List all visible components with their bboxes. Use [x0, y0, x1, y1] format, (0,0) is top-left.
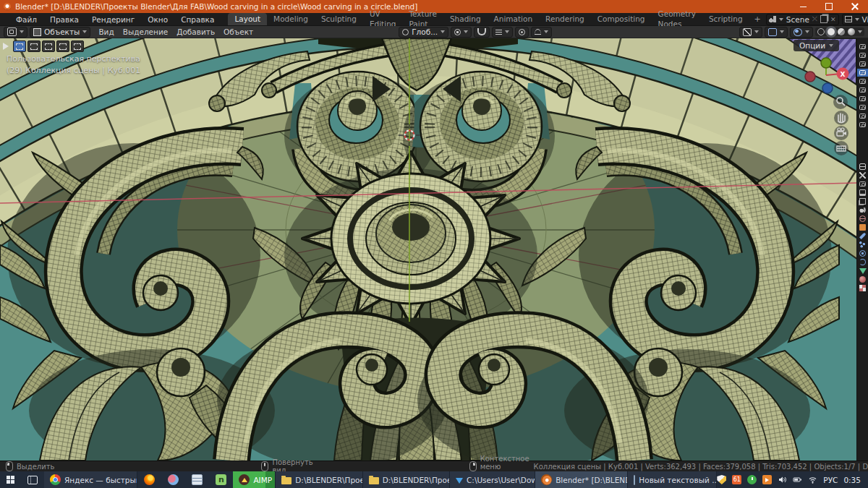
select-mode-subtract[interactable] [56, 40, 69, 52]
output-properties-icon[interactable] [857, 189, 868, 197]
taskbar-notepad-window[interactable]: Новый текстовый ... [628, 471, 717, 488]
select-box-tool[interactable] [13, 40, 26, 52]
task-view-button[interactable] [21, 471, 44, 488]
collection-properties-icon[interactable] [857, 163, 868, 171]
pan-hand-button[interactable] [834, 111, 848, 125]
proportional-falloff-selector[interactable] [531, 27, 552, 38]
texture-properties-icon[interactable] [857, 284, 868, 292]
view-layer-properties-icon[interactable] [857, 197, 868, 205]
tab-compositing[interactable]: Compositing [591, 13, 652, 25]
ortho-perspective-button[interactable] [834, 141, 848, 155]
taskbar-downloads[interactable]: C:\Users\User\Dow... [450, 471, 535, 488]
selectability-filter[interactable] [739, 27, 762, 38]
physics-properties-icon[interactable] [857, 249, 868, 257]
taskbar-folder-1[interactable]: D:\BLENDER\Прое... [276, 471, 362, 488]
taskbar-folder-2[interactable]: D:\BLENDER\Прое... [363, 471, 450, 488]
screen-tab-icon[interactable] [857, 95, 868, 103]
screen-tab-icon[interactable] [857, 86, 868, 94]
tool-properties-icon[interactable] [857, 171, 868, 179]
screen-tab-icon[interactable] [857, 121, 868, 129]
wifi-icon[interactable] [808, 475, 817, 484]
navigation-gizmo[interactable]: X [805, 58, 849, 93]
taskbar-document-app[interactable] [185, 471, 209, 488]
tab-rendering[interactable]: Rendering [539, 13, 591, 25]
menu-add[interactable]: Добавить [172, 27, 219, 36]
tab-modeling[interactable]: Modeling [267, 13, 315, 25]
mode-selector[interactable]: Объекты [30, 27, 90, 38]
taskbar-paint-app[interactable] [161, 471, 185, 488]
constraint-properties-icon[interactable] [857, 258, 868, 266]
show-gizmo-toggle[interactable] [765, 27, 788, 38]
solid-shading-icon[interactable] [827, 28, 835, 35]
menu-edit[interactable]: Правка [43, 13, 85, 26]
camera-view-button[interactable] [834, 126, 848, 140]
update-badge[interactable]: 61 [732, 475, 741, 484]
screen-tab-icon[interactable] [857, 51, 868, 59]
pivot-point-selector[interactable] [451, 27, 472, 38]
render-properties-icon[interactable] [857, 180, 868, 188]
tab-shading[interactable]: Shading [443, 13, 488, 25]
menu-select[interactable]: Выделение [119, 27, 173, 36]
speaker-icon[interactable] [778, 475, 787, 484]
taskbar-notepad-plus[interactable]: n [209, 471, 233, 488]
gizmo-y-axis[interactable] [821, 58, 831, 68]
zoom-button[interactable] [833, 95, 848, 109]
scene-selector[interactable]: Scene ⤫ ✕ [766, 14, 839, 25]
unlink-scene-icon[interactable]: ✕ [830, 16, 836, 23]
object-data-properties-icon[interactable] [857, 267, 868, 275]
object-properties-icon[interactable] [857, 223, 868, 231]
tab-animation[interactable]: Animation [488, 13, 540, 25]
start-button[interactable] [0, 471, 21, 488]
view-layer-selector[interactable]: ViewLayer ✕ [842, 14, 868, 25]
taskbar-aimp[interactable]: AIMP [233, 471, 276, 488]
screen-tab-icon[interactable] [857, 43, 868, 51]
minimize-button[interactable] [790, 0, 816, 13]
pin-icon[interactable]: ⤫ [812, 15, 817, 23]
options-dropdown[interactable]: Опции [793, 40, 839, 51]
editor-type-selector[interactable] [4, 27, 27, 38]
screen-tab-icon[interactable] [857, 112, 868, 120]
select-mode-new[interactable] [27, 40, 41, 52]
transform-orientation-selector[interactable]: Глоб... [399, 27, 448, 38]
menu-view[interactable]: Вид [94, 27, 118, 36]
tab-sculpting[interactable]: Sculpting [315, 13, 363, 25]
screen-tab-icon[interactable] [857, 60, 868, 68]
add-workspace-button[interactable]: + [749, 14, 766, 24]
taskbar-blender-window[interactable]: Blender* [D:\BLEND... [535, 471, 628, 488]
language-indicator[interactable]: РУС [823, 476, 838, 484]
gizmo-negative-x-axis[interactable] [805, 72, 815, 82]
snap-toggle[interactable] [474, 27, 490, 38]
wireframe-shading-icon[interactable] [817, 28, 825, 35]
screen-tab-icon[interactable] [857, 103, 868, 111]
rendered-shading-icon[interactable] [848, 28, 855, 35]
material-preview-icon[interactable] [838, 28, 845, 35]
select-mode-extend[interactable] [42, 40, 55, 52]
clock-tray-icon[interactable] [747, 475, 757, 484]
toolbar-expand-icon[interactable] [3, 43, 9, 50]
menu-file[interactable]: Файл [9, 13, 43, 26]
world-properties-icon[interactable] [857, 215, 868, 223]
tab-scripting[interactable]: Scripting [702, 13, 749, 25]
menu-render[interactable]: Рендеринг [85, 13, 141, 26]
modifier-properties-icon[interactable] [857, 232, 868, 240]
antivirus-shield-icon[interactable] [717, 475, 726, 484]
taskbar-firefox[interactable] [137, 471, 161, 488]
screen-tab-icon[interactable] [857, 77, 868, 85]
menu-window[interactable]: Окно [141, 13, 174, 26]
close-button[interactable] [842, 0, 868, 13]
show-overlays-toggle[interactable] [790, 27, 813, 38]
new-scene-icon[interactable] [820, 15, 827, 23]
battery-icon[interactable] [793, 475, 802, 484]
3d-viewport[interactable]: Пользовательская перспектива (29) Коллек… [0, 38, 856, 461]
menu-object[interactable]: Объект [219, 27, 258, 36]
scene-properties-icon[interactable] [857, 206, 868, 214]
media-tray-icon[interactable] [762, 475, 772, 484]
select-mode-intersect[interactable] [71, 40, 84, 52]
taskbar-chrome-window[interactable]: Яндекс — быстрый... [44, 471, 137, 488]
wood-carving-model[interactable] [0, 38, 856, 461]
tab-layout[interactable]: Layout [228, 13, 267, 25]
clock[interactable]: 0:35 [843, 476, 861, 484]
proportional-edit-toggle[interactable] [515, 27, 529, 38]
particle-properties-icon[interactable] [857, 241, 868, 249]
screen-tab-icon-active[interactable] [857, 69, 868, 77]
